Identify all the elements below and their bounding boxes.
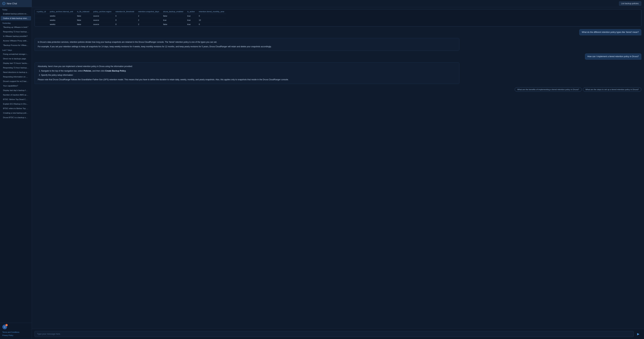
table-cell-0-1: weeks [48,14,75,18]
new-chat-button[interactable]: + New Chat [0,0,32,7]
table-col-is_active: is_active [185,9,197,14]
suggestion-chip-1[interactable]: What are the steps to set up a tiered re… [583,87,641,92]
table-row-0: weeksfalsesource02falsetrue0 [35,14,226,18]
table-cell-2-8: 0 [197,22,226,26]
table-cell-0-3: source [91,14,113,18]
ai-r2-p1: Absolutely, here's how you can implement… [38,65,456,68]
ai-r1-p2: For example, if you set your retention s… [38,45,456,48]
backup-table: n.policy_idpolicy_archive.interval_uniti… [35,9,226,26]
top-action-label: List backup policies. [619,1,641,6]
sidebar-item-backing-vmware[interactable]: "Backing up VMware in brief." [1,25,31,29]
terms-link[interactable]: Terms and Conditions [2,331,29,334]
step1-prefix: Navigate to the top of the navigation ba… [41,70,84,72]
section-label-last-7-days: Last 7 days [0,48,32,52]
user-message-1-wrap: What do the different retention policy t… [34,29,641,35]
table-cell-0-8: 0 [197,14,226,18]
sidebar-item-req-72h-2[interactable]: Requesting 72-hour backup j... [1,65,31,70]
ai-response-2: Absolutely, here's how you can implement… [34,62,459,84]
avatar: U 10 [2,325,7,329]
table-col-policy_archive-region: policy_archive.region [91,9,113,14]
table-cell-2-0 [35,22,48,26]
table-col-n-policy_id: n.policy_id [35,9,48,14]
table-cell-2-2: false [75,22,91,26]
table-cell-2-4: 0 [113,22,136,26]
table-cell-0-6: false [161,14,185,18]
table-cell-1-3: source [91,18,113,22]
table-cell-0-5: 2 [136,14,161,18]
sidebar-sections: TodayEnabled backup policies expl...Outl… [0,7,32,120]
sidebar-item-outline-data[interactable]: Outline of data backup strat... [1,16,31,20]
sidebar-item-explain-ec2[interactable]: Explain EC2 Backup in Druva. [1,102,31,106]
sidebar-item-vmware-possible[interactable]: Is VMware backup possible? [1,34,31,38]
table-cell-1-0 [35,18,48,22]
table-cell-1-7: true [185,18,197,22]
table-cell-0-7: true [185,14,197,18]
suggestions-area: What are the benefits of implementing a … [34,87,641,92]
table-row-1: weeksfalsesource02truetrue12 [35,18,226,22]
ai-r2-p2: Please note that Druva CloudRanger follo… [38,78,456,81]
input-area: ▶ [32,329,644,339]
suggestion-chip-0[interactable]: What are the benefits of implementing a … [515,87,582,92]
user-message-2: How can I implement a tiered retention p… [585,53,641,60]
table-body: weeksfalsesource02falsetrue0weeksfalseso… [35,14,226,26]
sidebar-item-capabilities[interactable]: Your capabilities? [1,84,31,88]
plus-icon: + [2,2,5,5]
new-chat-label: New Chat [7,2,17,5]
table-header: n.policy_idpolicy_archive.interval_uniti… [35,9,226,14]
sidebar-item-druva-btdc[interactable]: Druva BTDC is a backup solu... [1,115,31,120]
user-message-2-wrap: How can I implement a tiered retention p… [34,53,641,60]
sidebar-item-access-vmware[interactable]: Access VMware Proxy settings. [1,38,31,43]
sidebar-item-btdc-refers[interactable]: BTDC refers to Before Top D... [1,106,31,111]
message-input[interactable] [34,331,634,337]
sidebar-item-display-72h[interactable]: Display last 72 hours' backu... [1,61,31,65]
sidebar-item-druva-ec2[interactable]: Druva's support for ec2 back... [1,79,31,83]
send-button[interactable]: ▶ [635,331,641,337]
table-cell-0-4: 0 [113,14,136,18]
table-cell-2-6: false [161,22,185,26]
main-area: List backup policies. n.policy_idpolicy_… [32,0,644,339]
table-cell-2-5: 2 [136,22,161,26]
table-cell-0-2: false [75,14,91,18]
table-row-2: weeksfalsesource02falsetrue0 [35,22,226,26]
user-message-1: What do the different retention policy t… [579,29,641,35]
data-table-wrapper: n.policy_idpolicy_archive.interval_uniti… [34,9,641,26]
step1-suffix: . [126,70,126,72]
ai-r2-steps: Navigate to the top of the navigation ba… [38,69,456,77]
table-col-retention-ltr_threshold: retention.ltr_threshold [113,9,136,14]
section-label-yesterday: Yesterday [0,21,32,25]
section-label-today: Today [0,7,32,11]
sidebar: + New Chat TodayEnabled backup policies … [0,0,32,339]
table-cell-0-0 [35,14,48,18]
table-cell-1-8: 12 [197,18,226,22]
chat-area: n.policy_idpolicy_archive.interval_uniti… [32,7,644,329]
sidebar-item-creating-backup[interactable]: Creating a new backup policy? [1,111,31,115]
step1-bold1: Policies [84,70,91,72]
sidebar-item-btdc-top-dead[interactable]: BTDC: Before Top Dead Cent... [1,97,31,101]
sidebar-item-direct-backups[interactable]: Direct me to backups page. [1,56,31,61]
sidebar-item-backup-process[interactable]: "Backup Process for VMware" [1,43,31,47]
sidebar-item-inactive-aws[interactable]: Number of inactive AWS acc... [1,93,31,97]
table-cell-2-1: weeks [48,22,75,26]
table-col-is_fls_indexed: is_fls_indexed [75,9,91,14]
sidebar-item-enabled-backup[interactable]: Enabled backup policies expl... [1,11,31,16]
table-cell-1-2: false [75,18,91,22]
table-col-retention-tiered_monthly_ame: retention.tiered_monthly_ame [197,9,226,14]
top-action-bar: List backup policies. [32,0,644,7]
sidebar-item-req-72h[interactable]: Requesting 72-hour backup j... [1,29,31,34]
table-cell-1-5: 2 [136,18,161,22]
sidebar-item-display-last-day[interactable]: Display last day's backup fail... [1,88,31,92]
sidebar-footer: U 10 Terms and Conditions Privacy Policy [0,323,32,339]
table-cell-1-4: 0 [113,18,136,22]
sidebar-item-need-directions[interactable]: Need directions to backup p... [1,70,31,74]
sidebar-item-req-info[interactable]: Requesting information on ... [1,74,31,79]
sidebar-item-fixing-unmatched[interactable]: Fixing unmatched storage ru... [1,52,31,56]
step1-bold2: Create Backup Policy [105,70,126,72]
ai-r2-step1: Navigate to the top of the navigation ba… [41,69,456,72]
ai-r2-step2: Specify the policy setup information: [41,73,456,77]
table-col-retention-snapshot_days: retention.snapshot_days [136,9,161,14]
table-cell-1-6: true [161,18,185,22]
ai-response-1: In Druva's data protection services, ret… [34,38,459,51]
privacy-link[interactable]: Privacy Policy [2,334,29,337]
notification-badge: 10 [5,324,8,326]
table-cell-2-7: true [185,22,197,26]
